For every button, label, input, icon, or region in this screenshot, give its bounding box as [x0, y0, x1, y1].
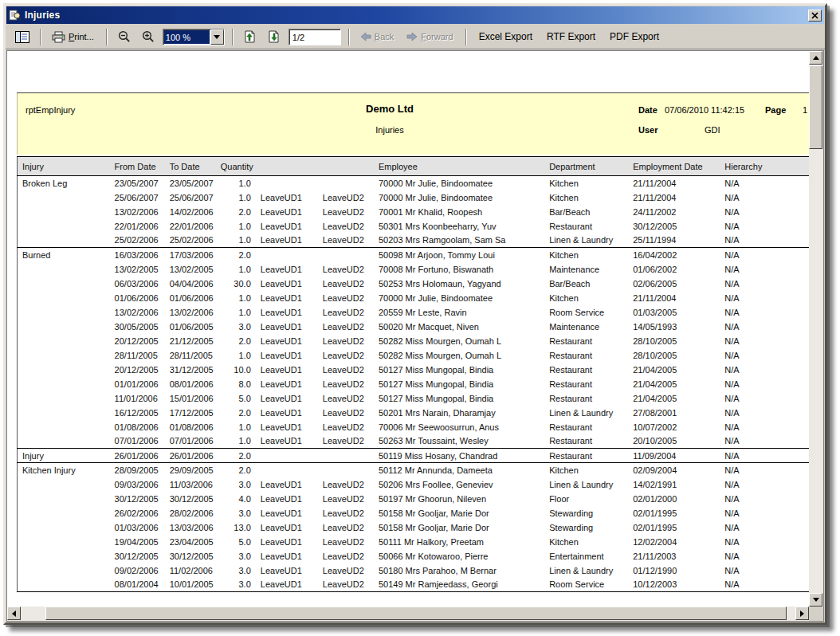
cell-to-date: 31/12/2005 — [165, 363, 216, 377]
cell-from-date: 20/12/2005 — [110, 334, 165, 348]
cell-hierarchy: N/A — [720, 334, 809, 348]
cell-employment-date: 11/09/2004 — [628, 449, 720, 463]
zoom-level-value: 100 % — [164, 30, 210, 44]
combo-dropdown-button[interactable] — [210, 29, 224, 45]
cell-employment-date: 01/12/1990 — [628, 563, 720, 578]
forward-button[interactable]: Forward — [403, 27, 457, 46]
cell-department: Bar/Beach — [544, 205, 628, 219]
cell-leave-ud2 — [318, 248, 374, 262]
date-label: Date — [638, 105, 657, 115]
zoom-in-button[interactable] — [139, 27, 158, 46]
print-button[interactable]: Print... — [49, 27, 99, 46]
cell-injury — [18, 492, 110, 506]
zoom-level-combobox[interactable]: 100 % — [163, 29, 225, 45]
cell-from-date: 30/12/2005 — [110, 492, 165, 506]
cell-injury — [18, 563, 110, 578]
cell-leave-ud2: LeaveUD2 — [318, 277, 374, 291]
scroll-down-button[interactable] — [809, 593, 822, 607]
close-button[interactable] — [808, 10, 822, 22]
cell-leave-ud1: LeaveUD1 — [256, 535, 318, 549]
column-header-quantity: Quantity — [216, 157, 256, 176]
table-row: 26/02/200628/02/20063.0LeaveUD1LeaveUD25… — [18, 506, 810, 520]
page-label: Page — [765, 105, 786, 115]
rtf-export-button[interactable]: RTF Export — [542, 27, 600, 46]
excel-export-button[interactable]: Excel Export — [474, 27, 537, 46]
cell-leave-ud2: LeaveUD2 — [318, 578, 374, 592]
triangle-down-icon — [813, 598, 819, 605]
cell-department: Kitchen — [544, 190, 628, 205]
scroll-up-button[interactable] — [809, 51, 822, 65]
cell-hierarchy: N/A — [720, 377, 809, 391]
cell-from-date: 06/03/2006 — [110, 277, 165, 291]
cell-from-date: 22/01/2006 — [110, 219, 165, 234]
group-tree-toggle-button[interactable] — [12, 27, 33, 46]
cell-to-date: 30/12/2005 — [165, 549, 216, 563]
cell-leave-ud1: LeaveUD1 — [256, 563, 318, 578]
cell-leave-ud2 — [318, 449, 374, 463]
cell-employee: 70006 Mr Seewoosurrun, Anus — [374, 420, 544, 434]
cell-leave-ud1 — [256, 449, 318, 463]
zoom-out-button[interactable] — [115, 27, 134, 46]
cell-employment-date: 02/09/2004 — [628, 463, 720, 477]
table-row: 25/06/200725/06/20071.0LeaveUD1LeaveUD27… — [18, 190, 810, 205]
cell-leave-ud2: LeaveUD2 — [318, 334, 374, 348]
cell-to-date: 23/05/2007 — [165, 176, 216, 190]
cell-leave-ud1: LeaveUD1 — [256, 363, 318, 377]
cell-hierarchy: N/A — [720, 190, 809, 205]
cell-to-date: 15/01/2006 — [165, 391, 216, 406]
cell-employment-date: 28/10/2005 — [628, 334, 720, 348]
report-magnifier-icon — [9, 9, 22, 22]
cell-from-date: 01/08/2006 — [110, 420, 165, 434]
back-button[interactable]: Back — [357, 27, 398, 46]
cell-department: Restaurant — [544, 377, 628, 391]
cell-leave-ud1: LeaveUD1 — [256, 320, 318, 334]
pdf-export-button[interactable]: PDF Export — [605, 27, 664, 46]
cell-hierarchy: N/A — [720, 549, 809, 563]
print-label: Print... — [69, 32, 94, 41]
cell-injury — [18, 348, 110, 363]
table-row: 30/12/200530/12/20053.0LeaveUD1LeaveUD25… — [18, 549, 810, 563]
vertical-scrollbar[interactable] — [809, 51, 823, 607]
cell-leave-ud2: LeaveUD2 — [318, 406, 374, 420]
cell-department: Restaurant — [544, 449, 628, 463]
horizontal-scrollbar[interactable] — [7, 607, 809, 621]
cell-employment-date: 20/10/2005 — [628, 434, 720, 449]
horizontal-scrollbar-thumb[interactable] — [45, 607, 787, 620]
cell-to-date: 22/01/2006 — [165, 219, 216, 234]
cell-leave-ud1: LeaveUD1 — [256, 406, 318, 420]
cell-leave-ud1: LeaveUD1 — [256, 506, 318, 520]
cell-employment-date: 02/01/1995 — [628, 520, 720, 535]
report-page: rptEmpInjury Demo Ltd Injuries Date 07/0… — [17, 92, 809, 592]
cell-hierarchy: N/A — [720, 563, 809, 578]
cell-employment-date: 30/12/2005 — [628, 219, 720, 234]
cell-employment-date: 10/07/2002 — [628, 420, 720, 434]
next-page-button[interactable] — [265, 27, 284, 46]
cell-department: Kitchen — [544, 535, 628, 549]
cell-quantity: 1.0 — [216, 434, 256, 449]
previous-page-button[interactable] — [241, 27, 260, 46]
cell-employee: 50111 Mr Halkory, Preetam — [374, 535, 544, 549]
cell-leave-ud1: LeaveUD1 — [256, 291, 318, 305]
report-viewer-area: rptEmpInjury Demo Ltd Injuries Date 07/0… — [6, 50, 824, 622]
cell-employment-date: 21/04/2005 — [628, 391, 720, 406]
cell-to-date: 01/06/2006 — [165, 291, 216, 305]
cell-employment-date: 21/11/2003 — [628, 549, 720, 563]
scroll-left-button[interactable] — [7, 607, 21, 620]
table-row: 30/12/200530/12/20054.0LeaveUD1LeaveUD25… — [18, 492, 810, 506]
cell-leave-ud1: LeaveUD1 — [256, 190, 318, 205]
cell-employee: 50112 Mr Annunda, Dameeta — [374, 463, 544, 477]
page-down-icon — [268, 30, 281, 43]
cell-from-date: 30/05/2005 — [110, 320, 165, 334]
cell-employment-date: 21/11/2004 — [628, 190, 720, 205]
vertical-scrollbar-thumb[interactable] — [809, 65, 822, 149]
table-row: 07/01/200607/01/20061.0LeaveUD1LeaveUD25… — [18, 434, 810, 449]
cell-hierarchy: N/A — [720, 535, 809, 549]
table-row: 06/03/200604/04/200630.0LeaveUD1LeaveUD2… — [18, 277, 810, 291]
cell-leave-ud1: LeaveUD1 — [256, 262, 318, 277]
table-row: 28/11/200528/11/20051.0LeaveUD1LeaveUD25… — [18, 348, 810, 363]
table-row: 13/02/200513/02/20051.0LeaveUD1LeaveUD27… — [18, 262, 810, 277]
scroll-right-button[interactable] — [795, 607, 809, 620]
cell-leave-ud2: LeaveUD2 — [318, 506, 374, 520]
page-number-field[interactable]: 1/2 — [289, 29, 341, 45]
cell-quantity: 2.0 — [216, 406, 256, 420]
